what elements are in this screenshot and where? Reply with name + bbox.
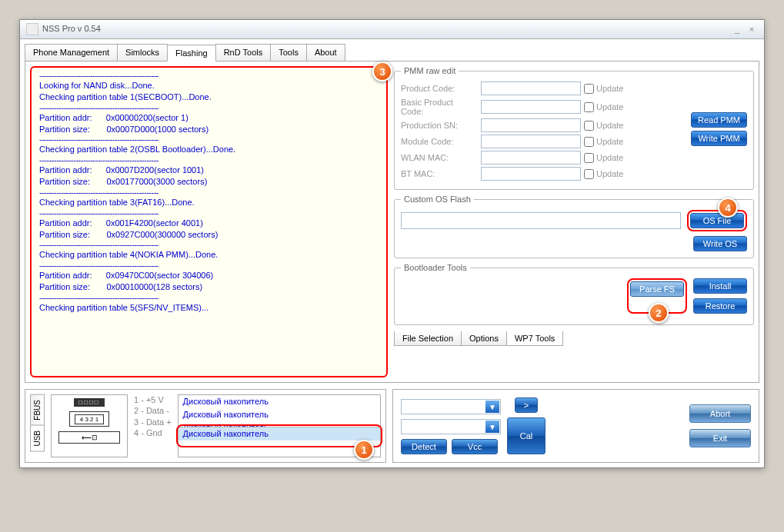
main-panel: ----------------------------------------… [25, 61, 759, 383]
product-code-input[interactable] [481, 81, 581, 95]
exit-button[interactable]: Exit [689, 429, 751, 447]
disk-item[interactable]: Дисковый накопитель [178, 421, 380, 427]
chevron-down-icon: ▼ [489, 403, 496, 411]
pin-labels: 1 - +5 V 2 - Data - 3 - Data + 4 - Gnd [134, 394, 172, 457]
os-file-path-input[interactable] [401, 212, 681, 229]
os-file-button[interactable]: OS File [690, 213, 744, 228]
module-code-input[interactable] [481, 135, 581, 148]
minimize-icon[interactable]: _ [731, 25, 743, 34]
basic-product-code-update-check[interactable] [584, 102, 594, 112]
subtab-options[interactable]: Options [461, 331, 507, 346]
detect-button[interactable]: Detect [401, 439, 447, 454]
callout-1: 1 [354, 440, 374, 460]
tab-phone-management[interactable]: Phone Management [25, 44, 118, 61]
tab-rnd-tools[interactable]: RnD Tools [215, 44, 272, 61]
custom-os-flash-group: Custom OS Flash OS File Write OS 4 [394, 195, 754, 258]
tab-about[interactable]: About [306, 44, 345, 61]
parse-fs-button[interactable]: Parse FS [630, 281, 684, 297]
disk-item-selected[interactable]: Дисковый накопитель [178, 427, 380, 441]
subtab-wp7-tools[interactable]: WP7 Tools [506, 331, 563, 346]
product-code-label: Product Code: [401, 84, 478, 93]
callout-3: 3 [372, 62, 392, 81]
app-window: NSS Pro v 0.54 _ × Phone Management Siml… [19, 19, 765, 468]
arrow-button[interactable]: > [515, 397, 538, 413]
callout-2: 2 [649, 303, 669, 323]
bt-mac-update-check[interactable] [584, 169, 594, 179]
abort-button[interactable]: Abort [689, 404, 751, 423]
product-code-update-check[interactable] [584, 84, 594, 94]
wlan-mac-input[interactable] [481, 151, 581, 165]
read-pmm-button[interactable]: Read PMM [691, 112, 747, 128]
app-icon [26, 23, 38, 35]
dropdown-1[interactable]: ▼ [401, 399, 501, 414]
port-tab-usb[interactable]: USB [30, 425, 45, 452]
titlebar: NSS Pro v 0.54 _ × [20, 20, 764, 39]
bt-mac-input[interactable] [481, 167, 581, 181]
chevron-down-icon: ▼ [489, 423, 496, 431]
cal-button[interactable]: Cal [507, 417, 545, 454]
write-pmm-button[interactable]: Write PMM [691, 131, 747, 146]
wlan-mac-label: WLAN MAC: [401, 153, 478, 162]
write-os-button[interactable]: Write OS [693, 236, 747, 251]
production-sn-update-check[interactable] [584, 121, 594, 131]
pmm-raw-edit-group: PMM raw edit Product Code: Update Basic … [394, 66, 754, 190]
production-sn-label: Production SN: [401, 121, 478, 130]
usb-diagram: □□□□ 4 3 2 1 ⟵⊡ [51, 394, 128, 457]
basic-product-code-label: Basic Product Code: [401, 98, 478, 116]
dropdown-2[interactable]: ▼ [401, 419, 501, 434]
disk-list[interactable]: Дисковый накопитель Дисковый накопитель … [178, 394, 381, 457]
window-title: NSS Pro v 0.54 [42, 24, 101, 33]
basic-product-code-input[interactable] [481, 100, 581, 114]
install-button[interactable]: Install [693, 278, 747, 294]
production-sn-input[interactable] [481, 118, 581, 132]
wlan-mac-update-check[interactable] [584, 153, 594, 163]
module-code-update-check[interactable] [584, 137, 594, 147]
restore-button[interactable]: Restore [693, 298, 747, 314]
vcc-button[interactable]: Vcc [452, 439, 498, 454]
callout-4: 4 [718, 198, 738, 218]
module-code-label: Module Code: [401, 137, 478, 146]
tab-tools[interactable]: Tools [270, 44, 307, 61]
disk-item[interactable]: Дисковый накопитель [178, 395, 380, 408]
log-panel: ----------------------------------------… [30, 66, 388, 377]
subtab-file-selection[interactable]: File Selection [394, 331, 462, 346]
disk-item[interactable]: Дисковый накопитель [178, 408, 380, 421]
bt-mac-label: BT MAC: [401, 169, 478, 178]
bootloader-tools-group: Bootloader Tools Parse FS Install Restor… [394, 263, 754, 325]
connection-panel: FBUS USB □□□□ 4 3 2 1 ⟵⊡ 1 - +5 V 2 - Da… [25, 389, 386, 463]
tab-flashing[interactable]: Flashing [167, 45, 216, 62]
close-icon[interactable]: × [746, 25, 758, 34]
tab-simlocks[interactable]: Simlocks [117, 44, 168, 61]
sub-tabs: File Selection Options WP7 Tools [394, 331, 754, 346]
port-tab-fbus[interactable]: FBUS [30, 394, 45, 426]
control-panel: ▼ ▼ Detect Vcc > Cal Abort Exit [392, 389, 759, 463]
main-tabs: Phone Management Simlocks Flashing RnD T… [25, 44, 759, 61]
